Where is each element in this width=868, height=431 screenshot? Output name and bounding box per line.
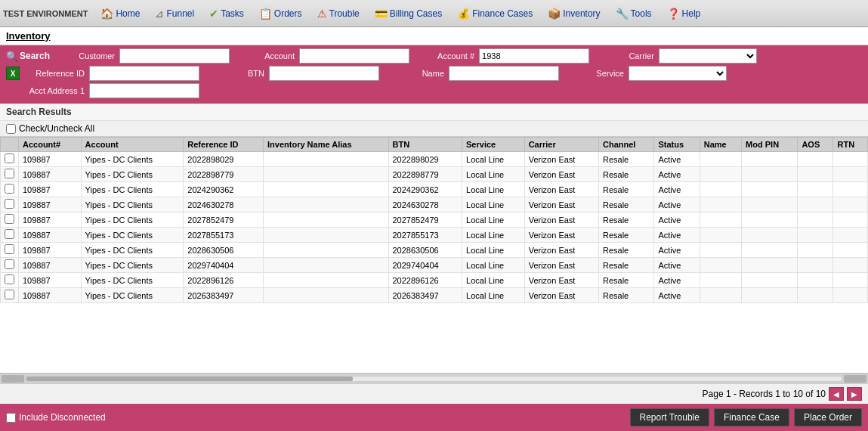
prev-page-button[interactable]: ◀ <box>829 387 844 401</box>
nav-funnel[interactable]: ⊿ Funnel <box>148 5 201 23</box>
cell-carrier: Verizon East <box>524 167 598 182</box>
cell-account-num: 109887 <box>19 273 82 288</box>
account-input[interactable] <box>299 48 409 64</box>
nav-home-label: Home <box>116 8 140 19</box>
th-alias: Inventory Name Alias <box>264 138 388 152</box>
report-trouble-button[interactable]: Report Trouble <box>630 408 709 426</box>
cell-service: Local Line <box>462 152 525 167</box>
row-checkbox-8[interactable] <box>5 274 14 284</box>
cell-carrier: Verizon East <box>524 273 598 288</box>
cell-service: Local Line <box>462 288 525 303</box>
cell-alias <box>264 152 388 167</box>
table-row[interactable]: 109887 Yipes - DC Clients 2022898029 202… <box>1 152 868 167</box>
table-row[interactable]: 109887 Yipes - DC Clients 2028630506 202… <box>1 243 868 258</box>
check-all-checkbox[interactable] <box>6 124 16 134</box>
cell-name <box>700 288 741 303</box>
cell-mod-pin <box>742 152 798 167</box>
reference-id-input[interactable] <box>89 66 199 81</box>
cell-mod-pin <box>742 258 798 273</box>
nav-inventory[interactable]: 📦 Inventory <box>541 5 607 23</box>
nav-trouble[interactable]: ⚠ Trouble <box>310 5 366 23</box>
table-row[interactable]: 109887 Yipes - DC Clients 2026383497 202… <box>1 288 868 303</box>
cell-btn: 2026383497 <box>388 288 462 303</box>
nav-tasks[interactable]: ✔ Tasks <box>202 5 251 23</box>
billing-icon: 💳 <box>375 8 388 20</box>
cell-aos <box>798 152 833 167</box>
row-checkbox-6[interactable] <box>5 244 14 254</box>
table-row[interactable]: 109887 Yipes - DC Clients 2022896126 202… <box>1 273 868 288</box>
cell-carrier: Verizon East <box>524 243 598 258</box>
cell-reference-id: 2029740404 <box>184 258 264 273</box>
tasks-icon: ✔ <box>209 8 218 20</box>
cell-carrier: Verizon East <box>524 182 598 197</box>
include-disconnected-checkbox[interactable] <box>6 413 16 423</box>
cell-reference-id: 2022898779 <box>184 167 264 182</box>
cell-service: Local Line <box>462 243 525 258</box>
row-checkbox-3[interactable] <box>5 199 14 209</box>
table-row[interactable]: 109887 Yipes - DC Clients 2029740404 202… <box>1 258 868 273</box>
search-label: Search <box>20 51 50 61</box>
search-button[interactable]: 🔍 Search <box>6 51 50 62</box>
row-checkbox-9[interactable] <box>5 290 14 299</box>
help-icon: ❓ <box>667 8 680 20</box>
nav-trouble-label: Trouble <box>329 8 360 19</box>
cell-name <box>700 167 741 182</box>
table-row[interactable]: 109887 Yipes - DC Clients 2024630278 202… <box>1 197 868 212</box>
carrier-label: Carrier <box>594 51 654 60</box>
carrier-select[interactable] <box>659 48 757 64</box>
table-row[interactable]: 109887 Yipes - DC Clients 2027855173 202… <box>1 228 868 243</box>
nav-help[interactable]: ❓ Help <box>660 5 708 23</box>
service-select[interactable] <box>629 66 727 81</box>
btn-input[interactable] <box>269 66 379 81</box>
results-area: Search Results Check/Uncheck All Account… <box>0 104 868 404</box>
inventory-icon: 📦 <box>548 8 561 20</box>
cell-name <box>700 212 741 228</box>
finance-case-button[interactable]: Finance Case <box>714 408 789 426</box>
nav-billing-label: Billing Cases <box>390 8 442 19</box>
th-reference-id: Reference ID <box>184 138 264 152</box>
nav-billing-cases[interactable]: 💳 Billing Cases <box>368 5 449 23</box>
next-page-button[interactable]: ▶ <box>847 387 862 401</box>
cell-btn: 2024630278 <box>388 197 462 212</box>
place-order-button[interactable]: Place Order <box>794 408 862 426</box>
horizontal-scrollbar[interactable] <box>0 373 868 383</box>
cell-account-num: 109887 <box>19 197 82 212</box>
cell-btn: 2028630506 <box>388 243 462 258</box>
acct-address-label: Acct Address 1 <box>24 86 85 95</box>
cell-account: Yipes - DC Clients <box>81 182 184 197</box>
search-area: 🔍 Search Customer Account Account # Carr… <box>0 45 868 104</box>
cell-btn: 2022898779 <box>388 167 462 182</box>
cell-status: Active <box>654 288 700 303</box>
customer-input[interactable] <box>119 48 230 64</box>
excel-export-icon[interactable]: X <box>6 67 20 80</box>
table-row[interactable]: 109887 Yipes - DC Clients 2022898779 202… <box>1 167 868 182</box>
nav-tools[interactable]: 🔧 Tools <box>609 5 659 23</box>
cell-reference-id: 2028630506 <box>184 243 264 258</box>
search-row-3: Acct Address 1 <box>6 83 862 98</box>
row-checkbox-2[interactable] <box>5 184 14 194</box>
th-account-num: Account# <box>19 138 82 152</box>
cell-status: Active <box>654 212 700 228</box>
cell-btn: 2022898029 <box>388 152 462 167</box>
name-input[interactable] <box>449 66 559 81</box>
account-num-input[interactable] <box>479 48 589 64</box>
nav-finance-cases[interactable]: 💰 Finance Cases <box>450 5 539 23</box>
row-checkbox-7[interactable] <box>5 259 14 269</box>
cell-name <box>700 258 741 273</box>
row-checkbox-0[interactable] <box>5 153 14 163</box>
nav-orders[interactable]: 📋 Orders <box>252 5 309 23</box>
cell-reference-id: 2024630278 <box>184 197 264 212</box>
nav-tools-label: Tools <box>631 8 652 19</box>
table-row[interactable]: 109887 Yipes - DC Clients 2027852479 202… <box>1 212 868 228</box>
cell-channel: Resale <box>598 243 654 258</box>
check-all-row: Check/Uncheck All <box>0 121 868 137</box>
row-checkbox-4[interactable] <box>5 214 14 224</box>
acct-address-input[interactable] <box>89 83 199 98</box>
cell-mod-pin <box>742 182 798 197</box>
th-status: Status <box>654 138 700 152</box>
row-checkbox-1[interactable] <box>5 169 14 178</box>
cell-reference-id: 2022896126 <box>184 273 264 288</box>
table-row[interactable]: 109887 Yipes - DC Clients 2024290362 202… <box>1 182 868 197</box>
nav-home[interactable]: 🏠 Home <box>94 5 147 23</box>
row-checkbox-5[interactable] <box>5 229 14 239</box>
